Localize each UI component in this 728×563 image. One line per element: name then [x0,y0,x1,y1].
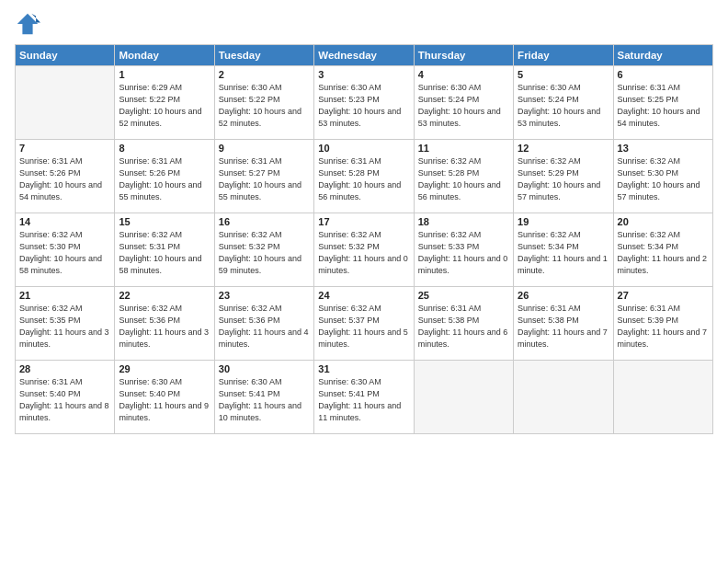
day-number: 9 [219,143,310,154]
day-info: Sunrise: 6:32 AM Sunset: 5:36 PM Dayligh… [219,303,310,350]
day-number: 3 [318,69,409,80]
day-info: Sunrise: 6:32 AM Sunset: 5:31 PM Dayligh… [119,229,210,277]
calendar-cell: 17Sunrise: 6:32 AM Sunset: 5:32 PM Dayli… [314,213,414,287]
day-info: Sunrise: 6:31 AM Sunset: 5:25 PM Dayligh… [618,82,709,130]
weekday-header-sunday: Sunday [16,45,115,66]
calendar-cell: 24Sunrise: 6:32 AM Sunset: 5:37 PM Dayli… [314,287,414,361]
day-number: 4 [418,69,509,80]
day-info: Sunrise: 6:30 AM Sunset: 5:40 PM Dayligh… [119,376,210,424]
calendar-cell: 7Sunrise: 6:31 AM Sunset: 5:26 PM Daylig… [16,140,115,213]
logo [15,11,44,37]
day-info: Sunrise: 6:31 AM Sunset: 5:26 PM Dayligh… [19,155,110,203]
day-number: 14 [19,216,110,227]
day-info: Sunrise: 6:31 AM Sunset: 5:40 PM Dayligh… [19,376,110,424]
calendar-cell: 4Sunrise: 6:30 AM Sunset: 5:24 PM Daylig… [414,66,513,140]
day-info: Sunrise: 6:29 AM Sunset: 5:22 PM Dayligh… [119,82,210,130]
calendar-cell: 9Sunrise: 6:31 AM Sunset: 5:27 PM Daylig… [214,140,313,213]
calendar-cell: 30Sunrise: 6:30 AM Sunset: 5:41 PM Dayli… [214,361,313,434]
day-info: Sunrise: 6:32 AM Sunset: 5:34 PM Dayligh… [618,229,709,277]
calendar-cell: 11Sunrise: 6:32 AM Sunset: 5:28 PM Dayli… [414,140,513,213]
calendar-cell [414,361,513,434]
day-number: 15 [119,216,210,227]
day-info: Sunrise: 6:30 AM Sunset: 5:41 PM Dayligh… [318,376,409,424]
calendar-cell: 3Sunrise: 6:30 AM Sunset: 5:23 PM Daylig… [314,66,414,140]
weekday-header-saturday: Saturday [613,45,712,66]
day-info: Sunrise: 6:32 AM Sunset: 5:34 PM Dayligh… [518,229,609,277]
day-info: Sunrise: 6:32 AM Sunset: 5:35 PM Dayligh… [19,303,110,350]
weekday-header-monday: Monday [115,45,214,66]
calendar-cell: 12Sunrise: 6:32 AM Sunset: 5:29 PM Dayli… [514,140,613,213]
calendar-header: SundayMondayTuesdayWednesdayThursdayFrid… [16,45,713,66]
day-number: 7 [19,143,110,154]
calendar-week-2: 7Sunrise: 6:31 AM Sunset: 5:26 PM Daylig… [16,140,713,213]
calendar-cell: 14Sunrise: 6:32 AM Sunset: 5:30 PM Dayli… [16,213,115,287]
day-info: Sunrise: 6:30 AM Sunset: 5:24 PM Dayligh… [418,82,509,130]
day-info: Sunrise: 6:32 AM Sunset: 5:30 PM Dayligh… [19,229,110,277]
calendar-cell [514,361,613,434]
calendar-cell: 20Sunrise: 6:32 AM Sunset: 5:34 PM Dayli… [613,213,712,287]
calendar-cell: 1Sunrise: 6:29 AM Sunset: 5:22 PM Daylig… [115,66,214,140]
day-number: 6 [618,69,709,80]
calendar-cell: 8Sunrise: 6:31 AM Sunset: 5:26 PM Daylig… [115,140,214,213]
calendar-week-3: 14Sunrise: 6:32 AM Sunset: 5:30 PM Dayli… [16,213,713,287]
day-info: Sunrise: 6:31 AM Sunset: 5:27 PM Dayligh… [219,155,310,203]
day-number: 5 [518,69,609,80]
day-info: Sunrise: 6:32 AM Sunset: 5:28 PM Dayligh… [418,155,509,203]
day-info: Sunrise: 6:31 AM Sunset: 5:26 PM Dayligh… [119,155,210,203]
day-info: Sunrise: 6:32 AM Sunset: 5:32 PM Dayligh… [219,229,310,277]
day-number: 12 [518,143,609,154]
calendar-cell: 25Sunrise: 6:31 AM Sunset: 5:38 PM Dayli… [414,287,513,361]
day-number: 2 [219,69,310,80]
day-number: 27 [618,290,709,301]
day-info: Sunrise: 6:31 AM Sunset: 5:38 PM Dayligh… [518,303,609,350]
logo-icon [15,11,40,37]
day-info: Sunrise: 6:32 AM Sunset: 5:30 PM Dayligh… [618,155,709,203]
calendar-cell: 18Sunrise: 6:32 AM Sunset: 5:33 PM Dayli… [414,213,513,287]
day-info: Sunrise: 6:31 AM Sunset: 5:28 PM Dayligh… [318,155,409,203]
day-number: 16 [219,216,310,227]
day-info: Sunrise: 6:30 AM Sunset: 5:24 PM Dayligh… [518,82,609,130]
page: SundayMondayTuesdayWednesdayThursdayFrid… [0,0,728,563]
calendar-table: SundayMondayTuesdayWednesdayThursdayFrid… [15,44,713,434]
calendar-cell: 29Sunrise: 6:30 AM Sunset: 5:40 PM Dayli… [115,361,214,434]
day-number: 31 [318,363,409,374]
calendar-cell [16,66,115,140]
weekday-header-tuesday: Tuesday [214,45,313,66]
calendar-cell: 16Sunrise: 6:32 AM Sunset: 5:32 PM Dayli… [214,213,313,287]
day-info: Sunrise: 6:32 AM Sunset: 5:32 PM Dayligh… [318,229,409,277]
day-number: 28 [19,363,110,374]
day-number: 1 [119,69,210,80]
weekday-header-row: SundayMondayTuesdayWednesdayThursdayFrid… [16,45,713,66]
day-number: 21 [19,290,110,301]
calendar-week-5: 28Sunrise: 6:31 AM Sunset: 5:40 PM Dayli… [16,361,713,434]
day-number: 25 [418,290,509,301]
day-number: 19 [518,216,609,227]
day-info: Sunrise: 6:31 AM Sunset: 5:39 PM Dayligh… [618,303,709,350]
day-number: 11 [418,143,509,154]
calendar-cell: 31Sunrise: 6:30 AM Sunset: 5:41 PM Dayli… [314,361,414,434]
calendar-cell: 6Sunrise: 6:31 AM Sunset: 5:25 PM Daylig… [613,66,712,140]
day-info: Sunrise: 6:32 AM Sunset: 5:37 PM Dayligh… [318,303,409,350]
day-number: 18 [418,216,509,227]
day-number: 24 [318,290,409,301]
calendar-cell: 2Sunrise: 6:30 AM Sunset: 5:22 PM Daylig… [214,66,313,140]
day-info: Sunrise: 6:30 AM Sunset: 5:23 PM Dayligh… [318,82,409,130]
calendar-body: 1Sunrise: 6:29 AM Sunset: 5:22 PM Daylig… [16,66,713,434]
calendar-cell: 21Sunrise: 6:32 AM Sunset: 5:35 PM Dayli… [16,287,115,361]
calendar-week-1: 1Sunrise: 6:29 AM Sunset: 5:22 PM Daylig… [16,66,713,140]
calendar-cell: 22Sunrise: 6:32 AM Sunset: 5:36 PM Dayli… [115,287,214,361]
day-info: Sunrise: 6:31 AM Sunset: 5:38 PM Dayligh… [418,303,509,350]
day-info: Sunrise: 6:32 AM Sunset: 5:29 PM Dayligh… [518,155,609,203]
day-number: 23 [219,290,310,301]
day-number: 13 [618,143,709,154]
day-info: Sunrise: 6:30 AM Sunset: 5:41 PM Dayligh… [219,376,310,424]
calendar-cell: 10Sunrise: 6:31 AM Sunset: 5:28 PM Dayli… [314,140,414,213]
day-number: 10 [318,143,409,154]
day-number: 17 [318,216,409,227]
day-number: 30 [219,363,310,374]
calendar-cell [613,361,712,434]
day-number: 22 [119,290,210,301]
day-number: 26 [518,290,609,301]
calendar-cell: 13Sunrise: 6:32 AM Sunset: 5:30 PM Dayli… [613,140,712,213]
day-number: 20 [618,216,709,227]
